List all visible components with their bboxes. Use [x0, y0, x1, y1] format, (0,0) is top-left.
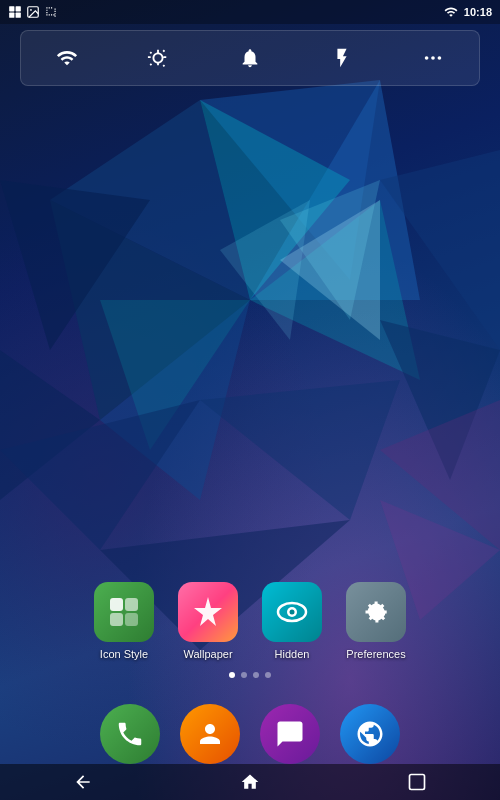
page-indicators: [0, 672, 500, 678]
svg-rect-37: [409, 775, 424, 790]
preferences-label: Preferences: [346, 648, 405, 660]
messages-icon-container: [260, 704, 320, 764]
page-dot-3[interactable]: [253, 672, 259, 678]
wallpaper-icon: [178, 582, 238, 642]
app-wallpaper[interactable]: Wallpaper: [178, 582, 238, 660]
wifi-status-icon: [444, 5, 458, 19]
polygon-decoration: [0, 0, 500, 800]
dock: [0, 704, 500, 764]
svg-rect-20: [9, 6, 14, 11]
dock-contacts[interactable]: [180, 704, 240, 764]
svg-rect-22: [9, 13, 14, 18]
svg-point-25: [30, 9, 32, 11]
brightness-icon: [147, 47, 169, 69]
navigation-bar: [0, 764, 500, 800]
svg-point-27: [431, 56, 435, 60]
screenshot-icon: [44, 5, 58, 19]
back-button[interactable]: [63, 767, 103, 797]
hidden-icon: [262, 582, 322, 642]
status-bar-left-icons: [8, 5, 58, 19]
svg-point-28: [438, 56, 442, 60]
quick-data-button[interactable]: [322, 38, 362, 78]
wallpaper-label: Wallpaper: [183, 648, 232, 660]
dock-messages[interactable]: [260, 704, 320, 764]
svg-rect-29: [110, 598, 123, 611]
home-button[interactable]: [230, 767, 270, 797]
contacts-icon-container: [180, 704, 240, 764]
svg-rect-31: [125, 598, 138, 611]
page-dot-4[interactable]: [265, 672, 271, 678]
app-preferences[interactable]: Preferences: [346, 582, 406, 660]
page-dot-1[interactable]: [229, 672, 235, 678]
quick-notifications-button[interactable]: [230, 38, 270, 78]
svg-rect-32: [125, 613, 138, 626]
svg-marker-33: [194, 597, 222, 626]
svg-marker-14: [200, 380, 400, 520]
app-grid: Icon Style Wallpaper Hidden: [0, 582, 500, 660]
browser-icon-container: [340, 704, 400, 764]
hidden-label: Hidden: [275, 648, 310, 660]
quick-settings-panel: [20, 30, 480, 86]
app-icon-style[interactable]: Icon Style: [94, 582, 154, 660]
photo-icon: [26, 5, 40, 19]
data-icon: [331, 47, 353, 69]
svg-point-26: [425, 56, 429, 60]
time-display: 10:18: [464, 6, 492, 18]
icon-style-label: Icon Style: [100, 648, 148, 660]
quick-wifi-button[interactable]: [47, 38, 87, 78]
svg-rect-30: [110, 613, 123, 626]
recents-button[interactable]: [397, 767, 437, 797]
dock-phone[interactable]: [100, 704, 160, 764]
phone-icon-container: [100, 704, 160, 764]
quick-more-button[interactable]: [413, 38, 453, 78]
app-hidden[interactable]: Hidden: [262, 582, 322, 660]
svg-rect-23: [16, 13, 21, 18]
dock-browser[interactable]: [340, 704, 400, 764]
wifi-icon: [56, 47, 78, 69]
page-dot-2[interactable]: [241, 672, 247, 678]
status-bar: 10:18: [0, 0, 500, 24]
svg-rect-21: [16, 6, 21, 11]
svg-point-36: [290, 610, 295, 615]
quick-brightness-button[interactable]: [138, 38, 178, 78]
more-icon: [422, 47, 444, 69]
gallery-icon: [8, 5, 22, 19]
status-bar-right: 10:18: [444, 5, 492, 19]
preferences-icon: [346, 582, 406, 642]
bell-icon: [239, 47, 261, 69]
icon-style-icon: [94, 582, 154, 642]
